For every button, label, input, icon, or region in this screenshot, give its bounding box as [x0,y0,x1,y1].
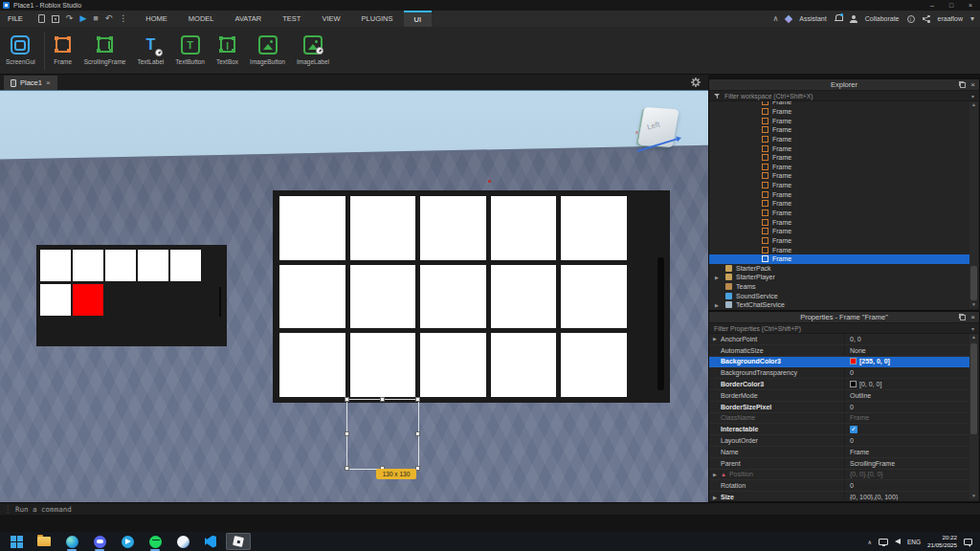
property-value[interactable]: Frame [845,413,969,424]
ui-frame-cell[interactable] [350,333,416,397]
taskbar-app-vscode[interactable] [198,533,223,550]
selection-handle[interactable] [415,431,420,436]
explorer-item-frame[interactable]: Frame [709,181,969,190]
undo-icon[interactable]: ↶ [105,14,113,23]
explorer-scrollbar-thumb[interactable] [970,266,977,300]
property-row-layoutorder[interactable]: LayoutOrder0 [709,435,969,447]
checkbox-checked-icon[interactable]: ✓ [850,426,858,433]
toolbar-item-imagelabel[interactable]: ImageLabel [291,35,335,65]
toolbar-item-textbox[interactable]: TextBox [211,35,244,65]
selection-handle[interactable] [380,397,385,402]
command-bar[interactable]: ⋮ Run a command [0,502,980,515]
viewport-settings-gear-icon[interactable] [691,77,701,87]
explorer-scrollbar[interactable]: ▲ ▼ [969,101,978,308]
view-cube[interactable]: Left x [635,104,683,158]
ui-frame-cell[interactable] [170,250,201,281]
property-row-rotation[interactable]: Rotation0 [709,480,969,492]
toolbar-item-textbutton[interactable]: TextButton [169,35,211,65]
property-row-interactable[interactable]: Interactable✓ [709,424,969,435]
scroll-down-icon[interactable]: ▼ [969,301,978,308]
minimize-button[interactable]: – [923,0,942,11]
share-icon[interactable] [923,15,930,23]
expand-arrow-icon[interactable]: ▶ [715,275,719,280]
selection-handle[interactable] [415,397,420,402]
filter-caret-icon[interactable]: ▾ [971,325,974,332]
property-row-size[interactable]: ▶Size{0, 100},{0, 100} [709,492,969,500]
notification-center-icon[interactable] [964,539,972,545]
ui-frame-cell[interactable] [561,333,627,397]
selection-handle[interactable] [345,466,349,471]
explorer-item-frame[interactable]: Frame [709,209,969,218]
explorer-item-frame[interactable]: Frame [709,189,969,199]
clock[interactable]: 20:22 21/05/2025 [927,534,957,549]
explorer-item-frame[interactable]: Frame [709,245,969,254]
explorer-item-frame[interactable]: Frame [709,153,969,163]
ui-frame-cell[interactable] [279,333,345,397]
property-row-bordersizepixel[interactable]: BorderSizePixel0 [709,402,969,413]
grid-scrollbar-thumb[interactable] [657,257,664,390]
ui-frame-cell[interactable] [420,333,486,397]
menu-tab-view[interactable]: VIEW [311,11,350,27]
explorer-item-frame[interactable]: Frame [709,171,969,181]
toolbar-item-scrollingframe[interactable]: ScrollingFrame [78,35,132,65]
property-value[interactable]: ScrollingFrame [845,458,969,469]
property-value[interactable]: 0 [845,367,969,378]
explorer-item-frame[interactable]: Frame [709,236,969,246]
menu-tab-home[interactable]: HOME [135,11,178,27]
property-row-anchorpoint[interactable]: ▶AnchorPoint0, 0 [709,334,969,345]
property-row-bordercolor3[interactable]: BorderColor3[0, 0, 0] [709,379,969,390]
expand-arrow-icon[interactable]: ▶ [713,495,717,500]
property-row-parent[interactable]: ParentScrollingFrame [709,458,969,470]
close-button[interactable]: × [961,0,980,11]
assistant-button[interactable]: Assistant [799,15,826,22]
selected-frame-outline[interactable] [347,400,418,469]
property-value[interactable]: None [845,345,969,356]
ui-frame-cell[interactable] [279,196,345,260]
taskbar-app-roblox-studio[interactable] [226,533,251,550]
explorer-item-frame[interactable]: Frame [709,143,969,153]
property-value[interactable]: Outline [845,390,969,401]
info-icon[interactable]: i [907,15,915,23]
main-scrolling-frame[interactable] [273,190,670,403]
ui-frame-cell[interactable] [40,284,71,316]
property-row-name[interactable]: NameFrame [709,447,969,458]
property-row-automaticsize[interactable]: AutomaticSizeNone [709,345,969,357]
explorer-item-frame[interactable]: Frame [709,217,969,227]
property-value[interactable]: ✓ [845,424,969,434]
network-icon[interactable] [879,539,888,545]
overflow-icon[interactable]: ⋮ [119,14,127,23]
taskbar-app-file-explorer[interactable] [32,533,56,550]
ui-frame-cell[interactable] [73,284,103,316]
property-row-backgroundtransparency[interactable]: BackgroundTransparency0 [709,367,969,379]
username-button[interactable]: eraaflow [938,15,963,22]
menu-tab-avatar[interactable]: AVATAR [224,11,272,27]
explorer-popout-icon[interactable] [960,82,966,88]
ui-frame-cell[interactable] [350,196,416,260]
properties-scrollbar[interactable]: ▲ ▼ [969,334,978,499]
ui-frame-cell[interactable] [491,265,557,329]
explorer-close-icon[interactable]: × [970,81,975,89]
property-row-position[interactable]: ▶▲Position{0, 0},{0, 0} [709,470,969,481]
viewport-3d[interactable]: Left x 130 x 130 [0,90,708,502]
expand-arrow-icon[interactable]: ▶ [713,472,717,477]
small-scrolling-frame[interactable] [36,245,227,346]
command-input[interactable]: Run a command [15,505,72,514]
property-value[interactable]: {0, 100},{0, 100} [845,492,969,500]
property-row-backgroundcolor3[interactable]: BackgroundColor3[255, 0, 0] [709,357,969,368]
ui-frame-cell[interactable] [40,250,71,281]
file-menu-button[interactable]: FILE [0,11,31,27]
expand-arrow-icon[interactable]: ▶ [713,336,717,342]
explorer-filter-input[interactable]: Filter workspace (Ctrl+Shift+X) ▾ [709,91,979,101]
explorer-item-frame[interactable]: Frame [709,116,969,125]
ui-frame-cell[interactable] [561,196,627,260]
property-value[interactable]: [0, 0, 0] [845,379,969,389]
property-value[interactable]: 0, 0 [845,334,969,344]
save-icon[interactable] [52,15,59,23]
language-indicator[interactable]: ENG [907,539,921,545]
redo-icon[interactable]: ↷ [66,14,74,23]
menu-tab-plugins[interactable]: PLUGINS [351,11,404,27]
selection-handle[interactable] [345,431,349,436]
filter-caret-icon[interactable]: ▾ [971,93,974,99]
open-file-icon[interactable] [38,14,45,23]
menu-tab-test[interactable]: TEST [272,11,311,27]
